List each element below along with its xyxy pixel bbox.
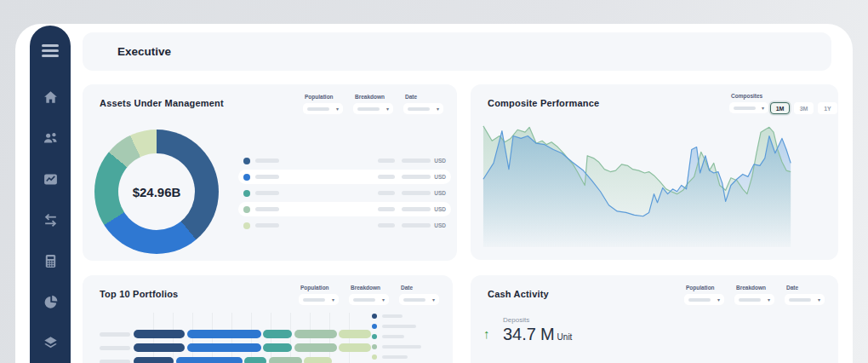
filter-label: Date [401, 285, 439, 291]
skeleton-label [255, 223, 279, 228]
range-3m-button[interactable]: 3M [794, 102, 814, 114]
hamburger-icon [42, 44, 59, 47]
skeleton-value [402, 207, 431, 211]
filter-label: Date [405, 94, 443, 100]
executive-dashboard: Executive Assets Under Management Popula… [0, 0, 868, 363]
filter-label: Population [305, 94, 343, 100]
deposits-up-arrow-icon: ↑ [483, 326, 490, 341]
filter-label: Breakdown [736, 285, 774, 291]
skeleton-label [382, 345, 421, 349]
sidebar [30, 26, 71, 363]
portfolio-bar-row [100, 330, 374, 338]
filter-label: Population [300, 285, 339, 291]
bar-segment [269, 357, 302, 363]
filter-bar: Population▾Breakdown▾Date▾ [684, 285, 825, 305]
breakdown-dropdown[interactable]: ▾ [353, 103, 393, 114]
metric-label: Deposits [503, 316, 529, 324]
range-1m-button[interactable]: 1M [770, 102, 790, 114]
placeholder-bar [307, 107, 329, 111]
sidebar-item-home[interactable] [43, 89, 59, 106]
sidebar-item-performance[interactable] [43, 171, 59, 187]
portfolio-bars [100, 330, 374, 363]
filter-breakdown: Breakdown▾ [353, 94, 393, 114]
date-dropdown[interactable]: ▾ [399, 294, 439, 305]
chevron-down-icon: ▾ [382, 297, 385, 302]
chevron-down-icon: ▾ [336, 107, 339, 112]
skeleton-label [100, 360, 130, 363]
currency-label: USD [434, 206, 446, 212]
composites-filter: Composites ▾ [729, 93, 768, 113]
breakdown-dropdown[interactable]: ▾ [349, 294, 389, 305]
bar-segment [134, 357, 174, 363]
card-title: Assets Under Management [100, 98, 224, 108]
breakdown-dropdown[interactable]: ▾ [734, 294, 774, 305]
population-dropdown[interactable]: ▾ [299, 294, 339, 305]
card-title: Top 10 Portfolios [100, 289, 178, 299]
bar-segment [187, 343, 261, 352]
bar-segment [304, 357, 332, 363]
aum-legend-row: USD [238, 153, 451, 168]
donut-hole: $24.96B [118, 153, 195, 230]
calculator-icon [43, 253, 59, 269]
legend-dot [243, 190, 250, 197]
placeholder-bar [353, 298, 375, 302]
legend-dot [243, 206, 250, 213]
skeleton-label [382, 355, 408, 359]
composite-performance-card: Composite Performance Composites ▾ 1M3M1… [471, 84, 838, 260]
top10-portfolios-card: Top 10 Portfolios Population▾Breakdown▾D… [83, 275, 453, 363]
legend-item [372, 314, 421, 319]
placeholder-bar [303, 298, 325, 302]
hamburger-menu-button[interactable] [42, 44, 59, 57]
legend-dot [372, 354, 377, 360]
legend-item [372, 354, 421, 360]
filter-date: Date▾ [785, 285, 825, 305]
skeleton-label [255, 207, 279, 211]
skeleton-value [402, 158, 431, 163]
filter-population: Population▾ [684, 285, 724, 305]
filter-label: Breakdown [355, 94, 393, 100]
placeholder-bar [408, 107, 430, 111]
filter-bar: Population▾Breakdown▾Date▾ [299, 285, 439, 305]
population-dropdown[interactable]: ▾ [684, 294, 724, 305]
placeholder-bar [403, 298, 425, 302]
filter-date: Date▾ [403, 94, 443, 114]
currency-label: USD [434, 158, 446, 164]
sidebar-item-transactions[interactable] [43, 212, 59, 228]
skeleton-label [382, 335, 404, 338]
legend-item [372, 334, 421, 339]
chevron-down-icon: ▾ [717, 297, 720, 302]
range-1y-button[interactable]: 1Y [818, 102, 837, 114]
filter-label: Breakdown [351, 285, 389, 291]
sidebar-item-holdings[interactable] [43, 335, 59, 351]
sidebar-item-calculator[interactable] [43, 253, 59, 269]
metric-value-row: 34.7 M Unit [503, 325, 572, 344]
allocation-pie-icon [43, 294, 59, 310]
chevron-down-icon: ▾ [818, 297, 820, 302]
population-dropdown[interactable]: ▾ [303, 103, 343, 114]
bar-segment [134, 343, 185, 352]
composites-dropdown[interactable]: ▾ [729, 102, 768, 113]
date-dropdown[interactable]: ▾ [785, 294, 825, 305]
chevron-down-icon: ▾ [432, 297, 435, 302]
skeleton-value [378, 175, 395, 179]
skeleton-value [378, 207, 395, 211]
top10-legend [372, 314, 421, 363]
skeleton-label [100, 346, 130, 350]
sidebar-item-clients[interactable] [43, 130, 59, 147]
skeleton-value [378, 158, 395, 163]
portfolio-bar-row [100, 343, 374, 352]
sidebar-item-allocation[interactable] [43, 294, 59, 310]
header-bar: Executive [83, 32, 831, 71]
skeleton-label [255, 191, 279, 195]
skeleton-label [100, 332, 130, 337]
date-dropdown[interactable]: ▾ [403, 103, 443, 114]
hamburger-bar [42, 55, 59, 57]
skeleton-value [378, 191, 395, 195]
performance-chart-icon [43, 171, 59, 187]
transactions-swap-icon [43, 212, 59, 228]
bar-segment [134, 330, 185, 338]
deposits-value: 34.7 [503, 325, 536, 344]
chevron-down-icon: ▾ [386, 107, 389, 112]
aum-card: Assets Under Management Population▾Break… [83, 84, 457, 261]
range-button-group: 1M3M1Y [770, 102, 837, 114]
